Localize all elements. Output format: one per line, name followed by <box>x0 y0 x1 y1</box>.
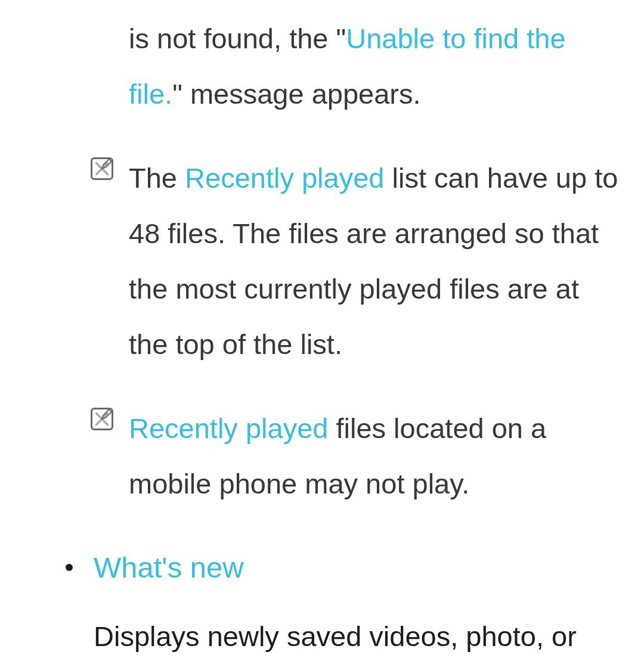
document-page: is not found, the "Unable to find the fi… <box>0 11 644 658</box>
section-heading: What's new <box>94 540 620 595</box>
bullet-icon <box>66 564 73 571</box>
note-highlight: Recently played <box>185 162 384 194</box>
note-highlight: Recently played <box>129 412 328 444</box>
note-item: Recently played files located on a mobil… <box>24 401 620 511</box>
section-body: Displays newly saved videos, photo, or m… <box>94 609 620 658</box>
note-item: is not found, the "Unable to find the fi… <box>24 11 620 122</box>
bullet-item: What's new Displays newly saved videos, … <box>24 540 620 658</box>
note-item: The Recently played list can have up to … <box>24 150 620 372</box>
note-text: is not found, the " <box>129 23 346 54</box>
note-icon <box>91 157 113 180</box>
note-text: The <box>129 162 185 194</box>
note-icon <box>91 408 113 430</box>
note-text: " message appears. <box>172 78 420 110</box>
